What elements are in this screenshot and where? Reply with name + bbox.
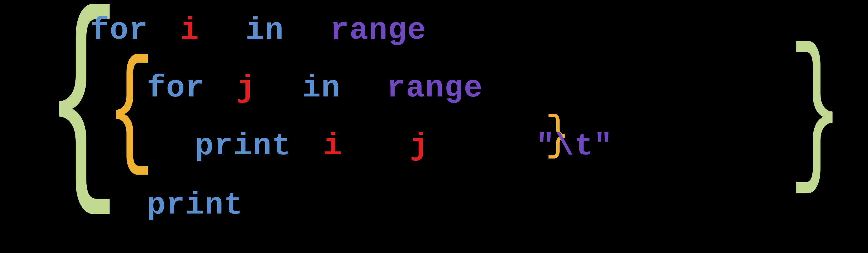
code-line-3: print i j "\t" [195, 128, 613, 164]
code-diagram: { } { } for i in range for j in range pr… [0, 0, 868, 253]
keyword-print: print [147, 188, 243, 223]
variable-j: j [237, 71, 256, 106]
keyword-in: in [302, 71, 340, 106]
keyword-for: for [90, 13, 148, 48]
variable-i: i [323, 128, 342, 164]
keyword-print: print [195, 128, 291, 164]
string-tab: "\t" [536, 128, 613, 164]
code-line-2: for j in range [147, 71, 483, 106]
code-line-1: for i in range [90, 13, 427, 48]
variable-j: j [410, 128, 429, 164]
keyword-for: for [147, 71, 205, 106]
keyword-in: in [245, 13, 284, 48]
outer-brace-close: } [788, 42, 843, 189]
keyword-range: range [330, 13, 427, 48]
variable-i: i [180, 13, 199, 48]
keyword-range: range [387, 71, 483, 106]
code-line-4: print [147, 188, 243, 223]
